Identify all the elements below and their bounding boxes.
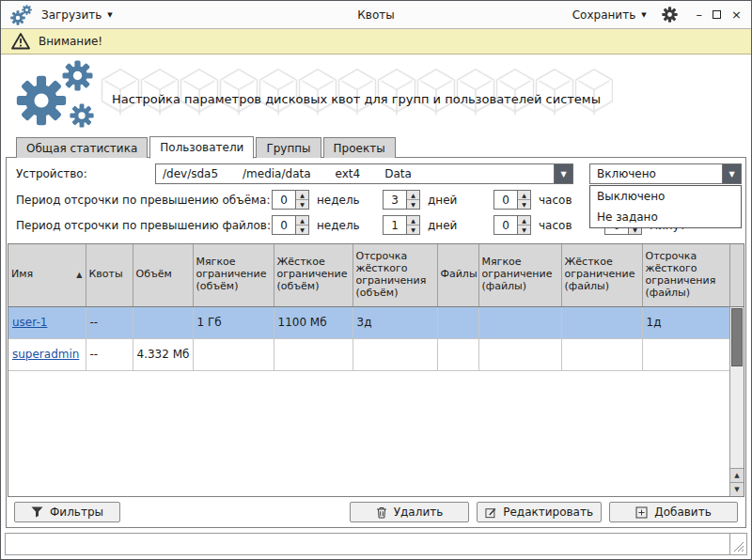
column-header-name[interactable]: ▲Имя bbox=[8, 244, 86, 306]
spinner-down-icon[interactable]: ▼ bbox=[518, 226, 530, 234]
spinner-down-icon[interactable]: ▼ bbox=[518, 200, 530, 209]
spinner-up-icon[interactable]: ▲ bbox=[518, 191, 530, 200]
cell-soft-volume: 1 Гб bbox=[193, 306, 274, 338]
option-disabled[interactable]: Выключено bbox=[590, 186, 741, 207]
cell-quotas: -- bbox=[86, 338, 133, 370]
spinner-up-icon[interactable]: ▲ bbox=[407, 216, 419, 226]
files-weeks-spinner[interactable]: 0 ▲▼ bbox=[272, 215, 309, 235]
load-menu-button[interactable]: Загрузить ▼ bbox=[41, 8, 113, 22]
grace-volume-label: Период отсрочки по превышению объёма: bbox=[16, 194, 272, 207]
spinner-value[interactable]: 0 bbox=[273, 191, 295, 209]
sort-ascending-icon: ▲ bbox=[76, 271, 82, 279]
device-path: /dev/sda5 bbox=[163, 167, 218, 180]
minimize-button[interactable]: – bbox=[697, 8, 703, 21]
cell-hard-volume bbox=[274, 338, 352, 370]
gears-logo-icon bbox=[16, 58, 105, 132]
settings-gear-icon[interactable] bbox=[662, 7, 678, 23]
chevron-down-icon[interactable]: ▼ bbox=[554, 164, 572, 183]
column-header-grace-files[interactable]: Отсрочка жёсткого ограничения (файлы) bbox=[642, 244, 729, 306]
spinner-down-icon[interactable]: ▼ bbox=[296, 200, 308, 209]
files-hours-spinner[interactable]: 0 ▲▼ bbox=[494, 215, 531, 235]
table-row-superadmin[interactable]: superadmin -- 4.332 Мб bbox=[8, 338, 729, 370]
table-header-row: ▲Имя Квоты Объём Мягкое ограничение (объ… bbox=[8, 244, 729, 306]
app-window: Загрузить ▼ Квоты Сохранить ▼ – × bbox=[0, 0, 752, 560]
cell-grace-volume: 3д bbox=[352, 306, 437, 338]
user-link[interactable]: superadmin bbox=[12, 348, 79, 361]
trash-icon bbox=[376, 506, 387, 519]
cell-grace-files: 1д bbox=[642, 306, 729, 338]
quota-state-value: Включено bbox=[597, 167, 656, 180]
user-link[interactable]: user-1 bbox=[12, 316, 47, 329]
maximize-button[interactable] bbox=[713, 10, 721, 19]
quota-state-combobox[interactable]: Включено ▼ bbox=[589, 163, 742, 184]
titlebar: Загрузить ▼ Квоты Сохранить ▼ – × bbox=[1, 1, 751, 29]
scroll-up-icon[interactable]: ▲ bbox=[730, 468, 744, 482]
column-header-soft-files[interactable]: Мягкое ограничение (файлы) bbox=[478, 244, 561, 306]
cell-files bbox=[437, 306, 478, 338]
column-header-grace-volume[interactable]: Отсрочка жёсткого ограничения (объём) bbox=[352, 244, 437, 306]
scroll-down-icon[interactable]: ▼ bbox=[730, 482, 744, 496]
column-header-soft-volume[interactable]: Мягкое ограничение (объём) bbox=[193, 244, 274, 306]
resize-grip[interactable] bbox=[729, 534, 746, 554]
tab-general-statistics[interactable]: Общая статистика bbox=[16, 137, 148, 158]
vertical-scrollbar[interactable]: ▲ ▼ bbox=[729, 244, 744, 496]
spinner-up-icon[interactable]: ▲ bbox=[407, 191, 419, 200]
spinner-value[interactable]: 3 bbox=[384, 191, 406, 209]
quota-table-container: ▲Имя Квоты Объём Мягкое ограничение (объ… bbox=[8, 243, 744, 497]
volume-hours-spinner[interactable]: 0 ▲▼ bbox=[494, 190, 531, 210]
spinner-value[interactable]: 0 bbox=[273, 216, 295, 234]
column-header-quotas[interactable]: Квоты bbox=[86, 244, 133, 306]
spinner-down-icon[interactable]: ▼ bbox=[296, 226, 308, 234]
app-gears-icon bbox=[10, 4, 33, 26]
add-label: Добавить bbox=[654, 506, 711, 519]
close-button[interactable]: × bbox=[731, 8, 742, 21]
days-unit-label: дней bbox=[420, 194, 494, 207]
spinner-value[interactable]: 1 bbox=[384, 216, 406, 234]
column-header-hard-files[interactable]: Жёсткое ограничение (файлы) bbox=[561, 244, 642, 306]
spinner-value[interactable]: 0 bbox=[494, 191, 517, 209]
cell-soft-volume bbox=[193, 338, 274, 370]
column-header-files[interactable]: Файлы bbox=[437, 244, 478, 306]
filters-button[interactable]: Фильтры bbox=[14, 502, 120, 522]
chevron-down-icon: ▼ bbox=[107, 12, 112, 19]
spinner-down-icon[interactable]: ▼ bbox=[407, 226, 419, 234]
delete-label: Удалить bbox=[394, 506, 444, 519]
tab-groups[interactable]: Группы bbox=[256, 137, 321, 158]
device-combobox[interactable]: /dev/sda5 /media/data ext4 Data ▼ bbox=[155, 163, 573, 184]
weeks-unit-label: недель bbox=[309, 194, 383, 207]
chevron-down-icon[interactable]: ▼ bbox=[722, 164, 741, 183]
scrollbar-track[interactable] bbox=[730, 367, 744, 468]
save-menu-label: Сохранить bbox=[572, 8, 636, 22]
tab-users[interactable]: Пользователи bbox=[149, 136, 254, 159]
spinner-down-icon[interactable]: ▼ bbox=[407, 200, 419, 209]
cell-soft-files bbox=[478, 306, 561, 338]
spinner-up-icon[interactable]: ▲ bbox=[518, 216, 530, 226]
scrollbar-thumb[interactable] bbox=[731, 308, 743, 366]
warning-bar: Внимание! bbox=[1, 29, 751, 54]
days-unit-label: дней bbox=[420, 219, 494, 232]
files-days-spinner[interactable]: 1 ▲▼ bbox=[383, 215, 420, 235]
spinner-up-icon[interactable]: ▲ bbox=[296, 216, 308, 226]
save-menu-button[interactable]: Сохранить ▼ bbox=[572, 8, 647, 22]
column-header-hard-volume[interactable]: Жёсткое ограничение (объём) bbox=[274, 244, 352, 306]
add-button[interactable]: Добавить bbox=[609, 502, 738, 522]
edit-button[interactable]: Редактировать bbox=[477, 502, 602, 522]
volume-days-spinner[interactable]: 3 ▲▼ bbox=[383, 190, 420, 210]
page-description: Настройка параметров дисковых квот для г… bbox=[112, 92, 601, 106]
option-not-set[interactable]: Не задано bbox=[590, 207, 741, 227]
cell-grace-files bbox=[642, 338, 729, 370]
cell-volume: 4.332 Мб bbox=[133, 338, 193, 370]
main-panel: Устройство: /dev/sda5 /media/data ext4 D… bbox=[6, 157, 746, 528]
tab-bar: Общая статистика Пользователи Группы Про… bbox=[1, 135, 751, 158]
volume-weeks-spinner[interactable]: 0 ▲▼ bbox=[272, 190, 309, 210]
edit-label: Редактировать bbox=[503, 506, 593, 519]
tab-projects[interactable]: Проекты bbox=[323, 137, 396, 158]
spinner-value[interactable]: 0 bbox=[494, 216, 517, 234]
grip-lines-icon bbox=[733, 541, 744, 552]
status-bar bbox=[5, 533, 747, 555]
warning-triangle-icon bbox=[11, 33, 30, 50]
table-row-user-1[interactable]: user-1 -- 1 Гб 1100 Мб 3д 1д bbox=[8, 306, 729, 338]
column-header-volume[interactable]: Объём bbox=[133, 244, 193, 306]
spinner-up-icon[interactable]: ▲ bbox=[296, 191, 308, 200]
delete-button[interactable]: Удалить bbox=[350, 502, 469, 522]
